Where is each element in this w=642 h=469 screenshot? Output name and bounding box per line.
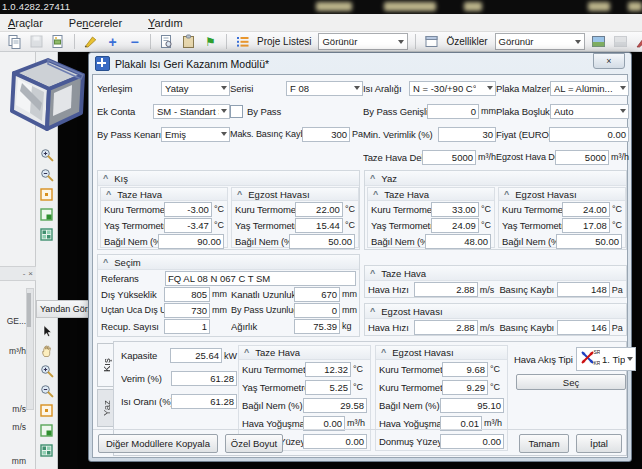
- yas-termometre-input[interactable]: -3.47: [164, 218, 212, 233]
- taze-debisi-input[interactable]: 5000: [422, 150, 476, 165]
- egzost-debisi-input[interactable]: 5000: [555, 150, 609, 165]
- uctan-uca-input[interactable]: 730: [164, 303, 210, 318]
- collapse-icon[interactable]: ^: [381, 348, 386, 357]
- pin-icon[interactable]: -: [23, 270, 26, 278]
- zoom-window-icon[interactable]: [40, 208, 54, 222]
- hava-hizi-input[interactable]: 2.88: [414, 282, 478, 297]
- collapse-icon[interactable]: ^: [237, 190, 242, 199]
- ok-button[interactable]: Tamam: [519, 434, 569, 453]
- fit-all-icon[interactable]: [40, 228, 54, 242]
- collapse-icon[interactable]: ^: [504, 190, 509, 199]
- sec-button[interactable]: Seç: [516, 374, 626, 390]
- plaka-malzemesi-dropdown[interactable]: AL = Alümin...: [550, 81, 629, 96]
- yas-termometre-input[interactable]: 17.08: [562, 218, 610, 233]
- yas-termometre-input[interactable]: 24.09: [431, 218, 479, 233]
- cancel-button[interactable]: İptal: [576, 434, 622, 453]
- serisi-dropdown[interactable]: F 08: [286, 81, 363, 96]
- kuru-termometre-input[interactable]: 33.00: [431, 202, 479, 217]
- add-icon[interactable]: +: [104, 33, 121, 50]
- zoom-out-icon[interactable]: [40, 384, 54, 398]
- zoom-in-icon[interactable]: [40, 148, 54, 162]
- chevron-down-icon: [627, 357, 633, 361]
- kuru-termometre-input[interactable]: -3.00: [164, 202, 212, 217]
- collapse-icon[interactable]: ^: [106, 190, 111, 199]
- referans-input[interactable]: FQ AL 08 N 067 C T SM: [165, 271, 356, 286]
- isi-orani-input[interactable]: 61.28: [171, 394, 237, 409]
- basinc-kaybi-input[interactable]: 148: [557, 282, 609, 297]
- image-icon[interactable]: [590, 33, 607, 50]
- min-verimlik-input[interactable]: 30: [438, 127, 496, 142]
- project-list-visibility-dropdown[interactable]: Görünür: [318, 33, 408, 50]
- plaka-bosluk-dropdown[interactable]: Auto: [550, 104, 629, 119]
- collapse-icon[interactable]: ^: [370, 269, 375, 278]
- menu-yardim[interactable]: Yardım: [148, 17, 183, 29]
- panel-scrollbar[interactable]: [26, 288, 34, 410]
- field-row: Bağıl Nem (%)29.58: [239, 396, 370, 414]
- fit-all-icon[interactable]: [40, 444, 54, 458]
- menu-araclar[interactable]: Araçlar: [8, 17, 43, 29]
- remove-icon[interactable]: −: [126, 33, 143, 50]
- tab-kis[interactable]: Kış: [97, 343, 114, 387]
- clipboard-icon[interactable]: [180, 33, 197, 50]
- zoom-in-icon[interactable]: [40, 364, 54, 378]
- bagil-nem-input[interactable]: 50.00: [289, 234, 355, 249]
- zoom-extents-icon[interactable]: [40, 188, 54, 202]
- copy-to-other-modules-button[interactable]: Diğer Modüllere Kopyala: [98, 434, 218, 453]
- air-flow-type: Hava Akış Tipi SR KR 1.: [514, 347, 626, 371]
- menu-pencereler[interactable]: Pencereler: [69, 17, 122, 29]
- module-3d-preview[interactable]: [2, 53, 90, 139]
- panel-close-icon[interactable]: ×: [28, 270, 33, 278]
- kuru-termometre-input[interactable]: 22.00: [295, 202, 343, 217]
- image-disabled-icon[interactable]: [612, 33, 629, 50]
- dialog-titlebar[interactable]: Plakalı Isı Geri Kazanım Modülü* ×: [89, 53, 631, 74]
- collapse-icon[interactable]: ^: [370, 307, 375, 316]
- collapse-icon[interactable]: ^: [370, 174, 375, 183]
- bagil-nem-input[interactable]: 48.00: [425, 234, 491, 249]
- by-pass-uzunlugu-input[interactable]: 0: [294, 303, 340, 318]
- agirlik-input[interactable]: 75.39: [294, 319, 340, 334]
- ek-conta-dropdown[interactable]: SM - Standart S...: [153, 104, 230, 119]
- zoom-extents-icon[interactable]: [40, 404, 54, 418]
- bagil-nem-input[interactable]: 90.00: [158, 234, 224, 249]
- verim-input[interactable]: 61.28: [171, 371, 237, 386]
- yas-termometre-input[interactable]: 15.44: [295, 218, 343, 233]
- collapse-icon[interactable]: ^: [373, 190, 378, 199]
- save-icon[interactable]: [28, 33, 45, 50]
- tab-yaz[interactable]: Yaz: [97, 389, 114, 427]
- dis-yukseklik-input[interactable]: 805: [164, 287, 210, 302]
- properties-visibility-dropdown[interactable]: Görünür: [495, 33, 585, 50]
- recup-sayisi-input[interactable]: 1: [164, 319, 210, 334]
- zoom-window-icon[interactable]: [40, 424, 54, 438]
- isi-araligi-dropdown[interactable]: N = -30/+90 C°: [409, 81, 496, 96]
- close-icon[interactable]: ×: [593, 53, 625, 69]
- hava-hizi-input[interactable]: 2.88: [414, 320, 478, 335]
- select-cursor-icon[interactable]: [40, 324, 54, 338]
- document-preview-icon[interactable]: [158, 33, 175, 50]
- kuru-termometre-input[interactable]: 24.00: [562, 202, 610, 217]
- pen-icon[interactable]: [82, 33, 99, 50]
- bagil-nem-input[interactable]: 50.00: [556, 234, 622, 249]
- zoom-out-icon[interactable]: [40, 168, 54, 182]
- maks-basinc-input[interactable]: 300: [302, 127, 350, 142]
- by-pass-genisligi-input[interactable]: 0: [427, 104, 479, 119]
- kapasite-input[interactable]: 25.64: [170, 348, 222, 363]
- collapse-icon[interactable]: ^: [244, 348, 249, 357]
- flag-icon[interactable]: ⚑: [202, 33, 219, 50]
- basinc-kaybi-input[interactable]: 146: [557, 320, 609, 335]
- custom-size-button[interactable]: Özel Boyut: [225, 434, 283, 453]
- export-image-icon[interactable]: [50, 33, 67, 50]
- yerlesim-dropdown[interactable]: Yatay: [161, 81, 230, 96]
- view-caption[interactable]: Yandan Gör...: [36, 300, 90, 318]
- chevron-down-icon: [221, 109, 227, 113]
- field-row: Yaş Termometre-3.47°C: [101, 217, 227, 233]
- by-pass-checkbox[interactable]: [230, 105, 243, 118]
- kanatli-uzunluk-input[interactable]: 670: [294, 287, 340, 302]
- copy-icon[interactable]: [6, 33, 23, 50]
- fiyat-input[interactable]: 0.00: [549, 127, 629, 142]
- collapse-icon[interactable]: ^: [103, 258, 108, 267]
- paint-brush-icon[interactable]: [634, 33, 642, 50]
- collapse-icon[interactable]: ^: [103, 174, 108, 183]
- akis-tipi-dropdown[interactable]: SR KR 1. Tip: [576, 347, 636, 371]
- pan-hand-icon[interactable]: [40, 344, 54, 358]
- by-pass-kenari-dropdown[interactable]: Emiş: [161, 127, 230, 142]
